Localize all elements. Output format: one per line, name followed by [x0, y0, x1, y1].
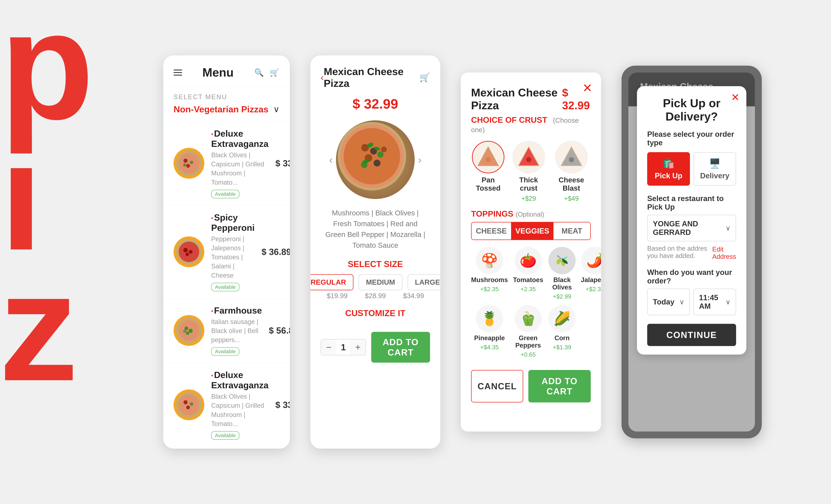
delivery-btn[interactable]: 🖥️ Delivery [693, 152, 736, 186]
decrease-qty[interactable]: − [321, 339, 337, 355]
item-price-1: $ 36.89 [261, 247, 290, 257]
crust-label: CHOICE OF CRUST (Choose one) [461, 115, 601, 138]
jalapeno-price: +$2.35 [585, 286, 601, 293]
svg-point-30 [374, 160, 380, 167]
order-time-label: When do you want your order? [647, 268, 736, 285]
add-to-cart-button[interactable]: ADD TO CART [371, 332, 430, 363]
topping-jalapeno[interactable]: 🌶️ Jalapeno +$2.35 [581, 247, 601, 300]
price-medium: $28.99 [359, 292, 392, 300]
modal-overlay: ✕ Pick Up or Delivery? Please select you… [628, 72, 755, 432]
restaurant-selector[interactable]: YONGE AND GERRARD ∨ [647, 215, 736, 241]
detail-header: ‹ Mexican Cheese Pizza 🛒 [310, 55, 440, 94]
topping-pineapple[interactable]: 🍍 Pineapple +$4.35 [471, 305, 508, 358]
continue-button[interactable]: CONTINUE [647, 324, 736, 346]
hamburger-menu[interactable] [174, 69, 182, 76]
size-options: REGULAR MEDIUM LARGE [310, 274, 440, 292]
item-image-2 [174, 315, 204, 346]
svg-point-3 [190, 161, 193, 164]
address-note: Based on the addres you have added. [647, 245, 712, 260]
category-name: Non-Vegetarian Pizzas [174, 104, 268, 114]
item-price-0: $ 33.99 [275, 158, 290, 169]
search-icon[interactable]: 🔍 [254, 67, 264, 78]
topping-black-olives[interactable]: 🫒 Black Olives +$2.99 [548, 247, 576, 300]
size-regular[interactable]: REGULAR [310, 274, 353, 290]
crust-blast[interactable]: Cheese Blast +$49 [552, 141, 591, 202]
crust-name-pan: Pan Tossed [471, 176, 505, 192]
hour-selector[interactable]: 11:45 AM ∨ [693, 289, 736, 315]
crust-name-thick: Thick crust [512, 176, 545, 192]
day-dropdown-icon: ∨ [679, 298, 684, 306]
mushroom-price: +$2.35 [480, 286, 499, 293]
delivery-icon: 🖥️ [709, 158, 721, 169]
crust-pan-tossed[interactable]: Pan Tossed [471, 141, 505, 202]
category-arrow: ∨ [273, 104, 280, 114]
crust-price-blast: +$49 [564, 195, 579, 202]
cancel-button[interactable]: CANCEL [471, 370, 523, 403]
svg-point-15 [189, 329, 193, 333]
topping-green-peppers[interactable]: 🫑 Green Peppers +0.65 [513, 305, 543, 358]
size-medium[interactable]: MEDIUM [359, 274, 402, 290]
menu-item-1[interactable]: *Spicy Pepperoni Pepperoni | Jalepenos |… [163, 205, 290, 298]
address-row: Based on the addres you have added. Edit… [647, 245, 736, 261]
item-name-0: *Deluxe Extravaganza [211, 128, 268, 149]
hour-value: 11:45 AM [699, 293, 725, 310]
time-selects: Today ∨ 11:45 AM ∨ [647, 289, 736, 315]
increase-qty[interactable]: + [350, 339, 366, 355]
tab-meat[interactable]: MEAT [553, 223, 590, 239]
crust-img-pan [472, 141, 505, 173]
select-menu-label: SELECT MENU [163, 87, 290, 102]
detail-title: Mexican Cheese Pizza [324, 66, 420, 89]
quantity-control: − 1 + [321, 339, 366, 355]
mushroom-name: Mushrooms [471, 276, 508, 284]
svg-point-22 [186, 406, 190, 409]
crust-thick[interactable]: Thick crust +$29 [512, 141, 545, 202]
cart-icon-detail[interactable]: 🛒 [420, 72, 430, 82]
crust-name-blast: Cheese Blast [552, 176, 591, 192]
tab-cheese[interactable]: CHEESE [471, 223, 511, 239]
price-large: $34.99 [397, 292, 430, 300]
prev-arrow[interactable]: ‹ [326, 154, 336, 166]
svg-point-16 [186, 331, 189, 335]
customize-label: CUSTOMIZE IT [310, 306, 440, 325]
restaurant-name: YONGE AND GERRARD [653, 219, 725, 237]
svg-point-36 [486, 157, 491, 162]
topping-mushrooms[interactable]: 🍄 Mushrooms +$2.35 [471, 247, 508, 300]
menu-item-0[interactable]: *Deluxe Extravaganza Black Olives | Caps… [163, 121, 290, 205]
menu-item-3[interactable]: *Deluxe Extravaganza Black Olives | Caps… [163, 363, 290, 447]
size-large[interactable]: LARGE [408, 274, 440, 290]
menu-icons: 🔍 🛒 [254, 67, 280, 78]
add-to-cart-button-customize[interactable]: ADD TO CART [528, 370, 591, 403]
pineapple-img: 🍍 [476, 305, 503, 332]
svg-point-32 [381, 147, 387, 152]
pickup-btn[interactable]: 🛍️ Pick Up [647, 152, 690, 186]
green-pepper-price: +0.65 [520, 351, 536, 358]
cart-icon[interactable]: 🛒 [269, 67, 280, 78]
modal-close-btn[interactable]: ✕ [731, 91, 740, 103]
edit-address-btn[interactable]: Edit Address [712, 246, 736, 260]
customize-close[interactable]: ✕ [582, 81, 593, 95]
menu-header: Menu 🔍 🛒 [163, 55, 290, 87]
day-value: Today [653, 298, 675, 306]
topping-corn[interactable]: 🌽 Corn +$1.39 [548, 305, 576, 358]
svg-point-25 [344, 128, 400, 184]
svg-point-28 [377, 151, 383, 158]
item-price-2: $ 56.89 [269, 325, 290, 335]
menu-category[interactable]: Non-Vegetarian Pizzas ∨ [163, 102, 290, 121]
day-selector[interactable]: Today ∨ [647, 289, 690, 315]
available-badge-0: Available [211, 190, 239, 198]
item-image-0 [174, 148, 204, 179]
back-button[interactable]: ‹ [321, 72, 324, 83]
item-price-3: $ 33.99 [275, 400, 290, 410]
hour-dropdown-icon: ∨ [725, 298, 730, 306]
olive-price: +$2.99 [553, 293, 571, 300]
tab-veggies[interactable]: VEGGIES [511, 223, 553, 239]
item-desc-1: Pepperoni | Jalepenos | Tomatoes | Salam… [211, 235, 255, 280]
restaurant-dropdown-icon: ∨ [725, 224, 730, 232]
item-desc-3: Black Olives | Capsicum | Grilled Mushro… [211, 392, 268, 428]
svg-point-5 [183, 164, 186, 167]
topping-tomatoes[interactable]: 🍅 Tomatoes +2.35 [513, 247, 543, 300]
svg-point-21 [190, 402, 193, 406]
next-arrow[interactable]: › [414, 154, 425, 166]
svg-point-1 [179, 153, 199, 174]
menu-item-2[interactable]: *Farmhouse Italian sausage | Black olive… [163, 298, 290, 363]
